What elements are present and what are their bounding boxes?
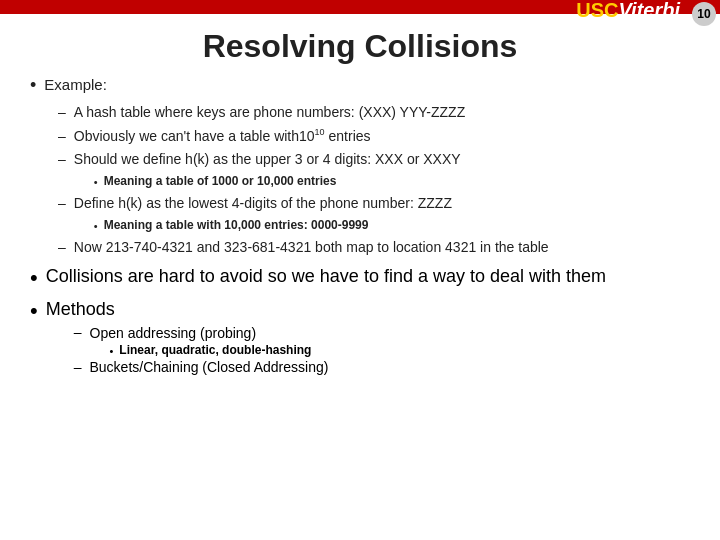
large-bullet-dot-2: • <box>30 297 38 326</box>
example-section: • Example: – A hash table where keys are… <box>30 73 690 258</box>
methods-subitems: – Open addressing (probing) • Linear, qu… <box>74 324 329 375</box>
methods-sub1-1-text: Linear, quadratic, double-hashing <box>119 343 311 357</box>
example-item-3: – Should we define h(k) as the upper 3 o… <box>58 149 690 191</box>
dot-small-2: • <box>94 218 98 235</box>
dot-small-1: • <box>94 174 98 191</box>
methods-text-1: Open addressing (probing) <box>90 325 257 341</box>
dash-5: – <box>58 237 66 259</box>
dash-m1: – <box>74 324 82 340</box>
methods-item-2: – Buckets/Chaining (Closed Addressing) <box>74 359 329 375</box>
methods-text-2: Buckets/Chaining (Closed Addressing) <box>90 359 329 375</box>
example-subitems: – A hash table where keys are phone numb… <box>58 102 690 259</box>
methods-item-1: – Open addressing (probing) • Linear, qu… <box>74 324 329 357</box>
example-text-4: Define h(k) as the lowest 4-digits of th… <box>74 195 452 211</box>
item3-sub1: • Meaning a table of 1000 or 10,000 entr… <box>94 172 461 191</box>
example-bullet: • Example: <box>30 73 690 100</box>
item4-subitems: • Meaning a table with 10,000 entries: 0… <box>94 216 452 235</box>
dash-3: – <box>58 149 66 171</box>
dash-1: – <box>58 102 66 124</box>
example-item-5: – Now 213-740-4321 and 323-681-4321 both… <box>58 237 690 259</box>
large-bullet-dot-1: • <box>30 264 38 293</box>
example-text-2: Obviously we can't have a table with1010… <box>74 126 371 148</box>
item4-sub1: • Meaning a table with 10,000 entries: 0… <box>94 216 452 235</box>
large-bullets: • Collisions are hard to avoid so we hav… <box>30 264 690 375</box>
methods-label: Methods <box>46 299 115 319</box>
item4-sub1-text: Meaning a table with 10,000 entries: 000… <box>104 216 369 235</box>
methods-bullet: • Methods – Open addressing (probing) • … <box>30 297 690 375</box>
collisions-text: Collisions are hard to avoid so we have … <box>46 264 606 289</box>
example-label: Example: <box>44 73 107 96</box>
methods-sub1-1: • Linear, quadratic, double-hashing <box>110 343 312 357</box>
example-item-1: – A hash table where keys are phone numb… <box>58 102 690 124</box>
dash-2: – <box>58 126 66 148</box>
bullet-dot: • <box>30 72 36 100</box>
item3-sub1-text: Meaning a table of 1000 or 10,000 entrie… <box>104 172 337 191</box>
dash-m2: – <box>74 359 82 375</box>
collisions-bullet: • Collisions are hard to avoid so we hav… <box>30 264 690 293</box>
example-item-2: – Obviously we can't have a table with10… <box>58 126 690 148</box>
example-text-3: Should we define h(k) as the upper 3 or … <box>74 151 461 167</box>
example-text-5: Now 213-740-4321 and 323-681-4321 both m… <box>74 237 549 259</box>
example-item-4: – Define h(k) as the lowest 4-digits of … <box>58 193 690 235</box>
dash-4: – <box>58 193 66 215</box>
dot-small-m1: • <box>110 345 114 357</box>
slide-title: Resolving Collisions <box>30 28 690 65</box>
item3-subitems: • Meaning a table of 1000 or 10,000 entr… <box>94 172 461 191</box>
example-text-1: A hash table where keys are phone number… <box>74 102 465 124</box>
slide-content: Resolving Collisions • Example: – A hash… <box>0 14 720 540</box>
methods-sub1-items: • Linear, quadratic, double-hashing <box>110 343 312 357</box>
